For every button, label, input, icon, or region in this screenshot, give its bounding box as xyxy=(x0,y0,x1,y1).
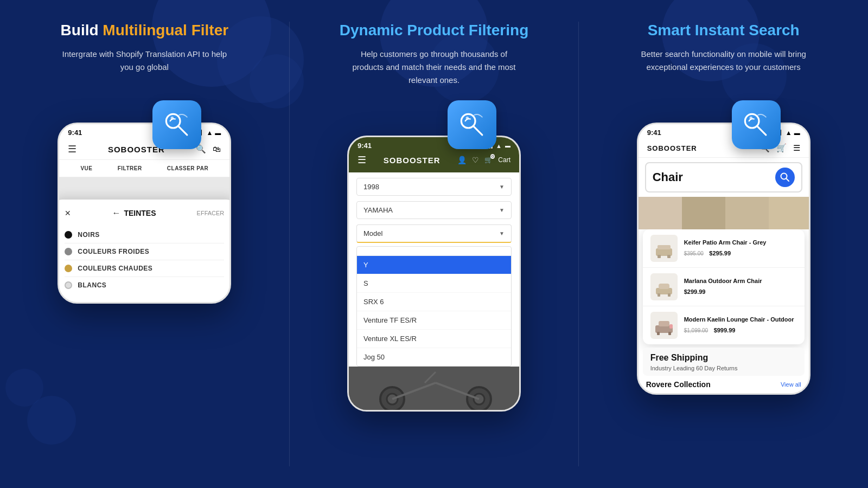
svg-rect-29 xyxy=(769,197,809,229)
svg-rect-26 xyxy=(639,197,682,229)
triangle-1: ▼ xyxy=(499,184,505,190)
phone-nav-1: ☰ SOBOOSTER 🔍 🛍 xyxy=(59,139,229,160)
search-submit-btn[interactable] xyxy=(775,168,795,187)
svg-rect-39 xyxy=(659,321,669,326)
result-info-1: Keifer Patio Arm Chair - Grey $395.00 $2… xyxy=(684,239,797,258)
svg-line-1 xyxy=(178,126,187,134)
svg-rect-33 xyxy=(667,255,671,258)
result-thumb-1 xyxy=(650,235,678,262)
search-container-3: Chair xyxy=(639,158,809,197)
menu-icon-3[interactable]: ☰ xyxy=(793,143,800,153)
view-all-link[interactable]: View all xyxy=(781,381,801,388)
menu-icon-2[interactable]: ☰ xyxy=(358,154,366,166)
search-input-box[interactable]: Chair xyxy=(645,162,802,192)
panel1-desc: Intergrate with Shopify Translation API … xyxy=(58,48,231,74)
result-name-1: Keifer Patio Arm Chair - Grey xyxy=(684,239,797,246)
dropdown-item-y[interactable]: Y xyxy=(357,256,511,274)
filter-header-1: ✕ ← TEINTES EFFACER xyxy=(65,208,224,218)
color-dot-chaudes xyxy=(65,265,72,272)
panel3-desc: Better search functionality on mobile wi… xyxy=(637,48,810,74)
svg-rect-37 xyxy=(668,293,671,297)
filter-option-noirs[interactable]: NOIRS xyxy=(65,227,224,243)
panel2-desc: Help customers go through thousands of p… xyxy=(347,48,521,87)
panel1-title: Build Multilingual Filter xyxy=(61,22,229,39)
free-shipping-title: Free Shipping xyxy=(650,353,797,363)
result-price-new-1: $295.99 xyxy=(709,250,731,256)
result-price-old-1: $395.00 xyxy=(684,251,704,256)
cart-icon-2[interactable]: 🛒0 xyxy=(484,156,493,164)
panel-search: Smart Instant Search Better search funct… xyxy=(579,0,868,488)
dropdown-item-venture-xl[interactable]: Venture XL ES/R xyxy=(357,330,511,348)
filter-overlay-1: ✕ ← TEINTES EFFACER NOIRS COULEURS FROI xyxy=(58,200,231,302)
filter-option-blancs[interactable]: BLANCS xyxy=(65,277,224,293)
free-shipping-section: Free Shipping Industry Leading 60 Day Re… xyxy=(643,348,805,376)
close-icon-1[interactable]: ✕ xyxy=(65,209,71,217)
status-bar-1: 9:41 ▲ ▬ xyxy=(59,124,229,139)
svg-rect-30 xyxy=(656,248,672,256)
phone-3-wrap: 9:41 ▲ ▬ SOBOOSTER xyxy=(637,123,810,395)
svg-line-10 xyxy=(473,126,482,134)
result-name-2: Marlana Outdoor Arm Chair xyxy=(684,278,797,284)
search-result-3[interactable]: Modern Kaelin Lounge Chair - Outdoor $1,… xyxy=(643,306,805,344)
filter-clear-1[interactable]: EFFACER xyxy=(197,210,225,216)
dropdown-brand[interactable]: YAMAHA ▼ xyxy=(356,201,512,219)
result-prices-2: $299.99 xyxy=(684,286,797,296)
phone-1-wrap: 9:41 ▲ ▬ ☰ SOBOOSTER xyxy=(58,123,231,304)
color-dot-noirs xyxy=(65,231,72,239)
search-value-3: Chair xyxy=(653,170,775,184)
app-icon-3 xyxy=(732,100,781,149)
phone-1: 9:41 ▲ ▬ ☰ SOBOOSTER xyxy=(58,123,231,304)
dropdown-item-venture-tf[interactable]: Venture TF ES/R xyxy=(357,311,511,330)
dropdown-search[interactable] xyxy=(357,247,511,256)
filter-vue[interactable]: VUE xyxy=(80,165,92,171)
phone-3: 9:41 ▲ ▬ SOBOOSTER xyxy=(637,123,810,395)
dropdown-item-jog[interactable]: Jog 50 xyxy=(357,348,511,366)
logo-2: SOBOOSTER xyxy=(366,156,457,165)
filter-option-froides[interactable]: COULEURS FROIDES xyxy=(65,243,224,260)
status-bar-3: 9:41 ▲ ▬ xyxy=(639,124,809,139)
menu-icon-1[interactable]: ☰ xyxy=(68,143,76,155)
search-result-2[interactable]: Marlana Outdoor Arm Chair $299.99 xyxy=(643,268,805,306)
color-dot-froides xyxy=(65,248,72,255)
panel-multilingual: Build Multilingual Filter Intergrate wit… xyxy=(0,0,289,488)
dropdown-item-s[interactable]: S xyxy=(357,274,511,293)
dark-nav-2: ☰ SOBOOSTER 👤 ♡ 🛒0 Cart xyxy=(358,154,510,166)
nav-icons-2: 👤 ♡ 🛒0 Cart xyxy=(457,156,510,164)
phone-2: 9:41 ▲ ▬ ☰ xyxy=(347,136,521,412)
triangle-3: ▼ xyxy=(499,230,505,236)
time-2: 9:41 xyxy=(358,142,372,150)
heart-icon-2[interactable]: ♡ xyxy=(472,156,479,164)
svg-rect-42 xyxy=(669,324,673,329)
filter-classer[interactable]: CLASSER PAR xyxy=(167,165,208,171)
svg-point-2 xyxy=(170,116,174,119)
filter-label-chaudes: COULEURS CHAUDES xyxy=(78,265,152,272)
bag-icon-1[interactable]: 🛍 xyxy=(213,144,221,154)
panel-filtering: Dynamic Product Filtering Help customers… xyxy=(290,0,579,488)
filter-option-chaudes[interactable]: COULEURS CHAUDES xyxy=(65,260,224,277)
svg-point-11 xyxy=(465,116,469,119)
product-image-strip-3 xyxy=(639,197,809,229)
battery-icon-2: ▬ xyxy=(505,143,510,149)
search-results-3: Keifer Patio Arm Chair - Grey $395.00 $2… xyxy=(643,229,805,344)
svg-line-21 xyxy=(757,126,767,134)
filter-filtrer[interactable]: FILTRER xyxy=(118,165,142,171)
search-result-1[interactable]: Keifer Patio Arm Chair - Grey $395.00 $2… xyxy=(643,229,805,268)
result-info-3: Modern Kaelin Lounge Chair - Outdoor $1,… xyxy=(684,316,797,335)
cart-label-2: Cart xyxy=(498,156,510,164)
svg-point-22 xyxy=(750,116,753,119)
battery-icon: ▬ xyxy=(215,130,221,136)
color-dot-blancs xyxy=(65,281,72,289)
result-price-new-2: $299.99 xyxy=(684,288,706,295)
svg-rect-35 xyxy=(659,284,669,289)
wifi-icon-2: ▲ xyxy=(496,143,502,149)
dropdown-year[interactable]: 1998 ▼ xyxy=(356,178,512,196)
result-thumb-3 xyxy=(650,312,678,339)
user-icon-2[interactable]: 👤 xyxy=(457,156,467,164)
panel3-title: Smart Instant Search xyxy=(648,22,800,39)
svg-rect-36 xyxy=(658,293,660,297)
dropdown-item-srx[interactable]: SRX 6 xyxy=(357,293,511,311)
back-icon-1[interactable]: ← xyxy=(112,208,120,218)
rovere-title: Rovere Collection xyxy=(646,380,711,389)
industry-text: Industry Leading 60 Day Returns xyxy=(650,365,797,371)
dropdown-model[interactable]: Model ▼ xyxy=(356,224,512,243)
